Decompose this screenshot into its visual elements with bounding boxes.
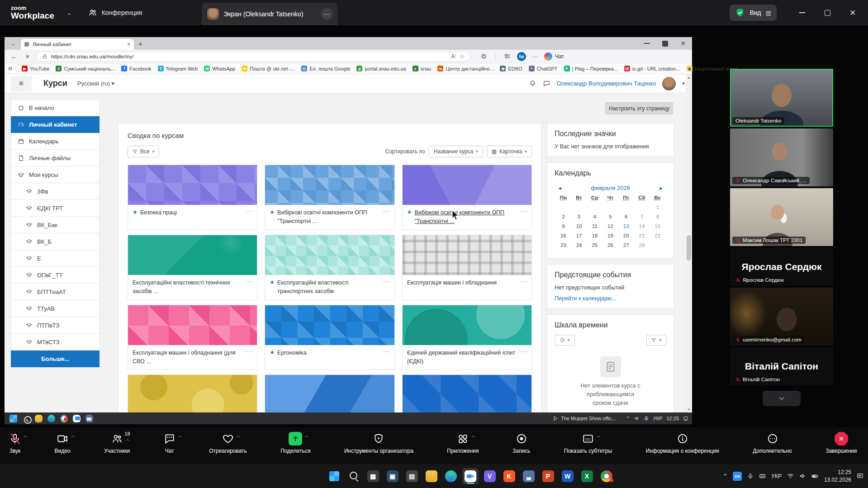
calendar-day[interactable]: 11 xyxy=(587,223,602,231)
calendar-day[interactable] xyxy=(555,204,571,212)
taskbar-app-icon[interactable]: ▣ xyxy=(384,468,401,484)
course-menu-icon[interactable]: ··· xyxy=(246,208,253,214)
new-tab-button[interactable]: + xyxy=(138,40,142,47)
sidebar-item-calendar[interactable]: Календарь xyxy=(11,133,100,150)
sidebar-item-files[interactable]: Личные файлы xyxy=(11,150,100,166)
workspace-chevron-icon[interactable]: ⌄ xyxy=(67,9,72,16)
browser-essentials-icon[interactable] xyxy=(480,53,487,60)
calendar-day[interactable]: 10 xyxy=(571,223,587,231)
back-icon[interactable]: ← xyxy=(9,52,19,60)
sidebar-course-shortcut[interactable]: ЗФв xyxy=(11,183,100,200)
course-card[interactable]: ★ ··· xyxy=(402,374,532,412)
calendar-day[interactable]: 4 xyxy=(587,214,602,221)
participant-tile[interactable]: Максим Лошак ТРТ 2301 xyxy=(730,188,833,246)
taskbar-app-icon[interactable] xyxy=(326,468,342,484)
course-menu-icon[interactable]: ··· xyxy=(383,208,390,214)
taskbar-app-icon[interactable] xyxy=(462,468,479,484)
taskbar-app-icon[interactable]: V xyxy=(482,468,498,484)
course-title-link[interactable]: Експлуатація машин і обладнання xyxy=(407,279,497,287)
course-title-link[interactable]: Експлуатаційні властивості транспортних … xyxy=(277,279,380,296)
sidebar-course-shortcut[interactable]: МТвСТЗ xyxy=(11,334,100,351)
sidebar-course-shortcut[interactable]: ОПвГ_ТТ xyxy=(11,267,100,284)
course-image[interactable] xyxy=(128,375,257,412)
course-title-link[interactable]: Експлуатація машин і обладнання (для СВО… xyxy=(133,349,242,366)
sidebar-course-shortcut[interactable]: ЄДКІ ТРТ xyxy=(11,200,100,217)
course-image[interactable] xyxy=(403,375,531,412)
calendar-day[interactable]: 23 xyxy=(555,242,571,250)
course-image[interactable] xyxy=(403,165,531,205)
bookmark-item[interactable]: G Ел. пошта Google xyxy=(299,65,352,72)
course-card[interactable]: ★ ··· xyxy=(265,374,394,412)
host-tools-button[interactable]: Инструменты организатора xyxy=(344,432,413,454)
course-card[interactable]: ★ Експлуатація машин і обладнання ··· xyxy=(402,235,532,300)
calendar-day[interactable]: 26 xyxy=(602,242,618,250)
notifications-bell-icon[interactable] xyxy=(529,80,536,87)
calendar-day[interactable]: 20 xyxy=(618,233,634,240)
course-menu-icon[interactable]: ··· xyxy=(520,208,527,214)
participant-tile[interactable]: Віталій Сапітон Віталій Сапітон xyxy=(730,347,833,385)
course-image[interactable] xyxy=(265,165,394,205)
course-image[interactable] xyxy=(265,235,394,275)
language-dropdown[interactable]: Русский (ru) ▾ xyxy=(77,80,114,87)
minimize-button[interactable] xyxy=(789,4,815,22)
bookmark-item[interactable]: ⊕ EDBO xyxy=(498,65,524,72)
browser-restore-button[interactable] xyxy=(656,38,674,49)
course-title-link[interactable]: Безпека праці xyxy=(140,208,177,217)
browser-close-button[interactable]: ✕ xyxy=(674,38,692,49)
language-indicator[interactable]: УКР xyxy=(653,416,663,421)
calendar-day[interactable]: 7 xyxy=(634,214,650,221)
course-menu-icon[interactable]: ··· xyxy=(520,278,527,284)
bookmark-item[interactable]: ▶ YouTube xyxy=(19,65,52,72)
captions-button[interactable]: CC Показать субтитры xyxy=(564,432,612,454)
chevron-up-icon[interactable] xyxy=(596,434,601,439)
taskbar-app-icon[interactable]: ▤ xyxy=(404,468,420,484)
calendar-day[interactable]: 28 xyxy=(634,242,650,250)
restore-button[interactable] xyxy=(815,4,840,22)
tray-chevron-icon[interactable]: ⌃ xyxy=(626,416,630,422)
apps-button[interactable]: Приложения xyxy=(447,432,479,454)
participant-tile[interactable]: Oleksandr Tatsenko xyxy=(730,69,833,127)
mic-icon[interactable] xyxy=(747,473,754,479)
star-icon[interactable]: ★ xyxy=(270,279,275,296)
tab-close-icon[interactable]: × xyxy=(127,41,130,47)
reactions-button[interactable]: Отреагировать xyxy=(209,432,247,454)
calendar-month-link[interactable]: февраля 2026 xyxy=(591,185,630,191)
course-image[interactable] xyxy=(128,305,257,345)
moodle-nav-title[interactable]: Курси xyxy=(43,79,67,88)
tray-chevron-icon[interactable]: ⌃ xyxy=(723,473,727,479)
clock[interactable]: 12:25 xyxy=(666,416,679,421)
participant-tile[interactable]: usemirnenko@gmail.com xyxy=(730,288,833,346)
calendar-day[interactable]: 8 xyxy=(650,214,665,221)
presenter-app-icon[interactable] xyxy=(84,413,94,423)
bookmark-item[interactable]: С Сумський національ... xyxy=(53,65,117,72)
presenter-app-icon[interactable] xyxy=(21,413,31,423)
media-nowplaying[interactable]: The Muppet Show offic... xyxy=(553,416,616,421)
timeline-filter-dropdown[interactable]: ▾ xyxy=(646,335,666,346)
star-icon[interactable]: ★ xyxy=(407,209,412,226)
chevron-up-icon[interactable] xyxy=(70,434,76,439)
calendar-day[interactable]: 18 xyxy=(587,233,602,240)
sidebar-more-button[interactable]: Больше... xyxy=(11,351,100,367)
course-image[interactable] xyxy=(128,165,257,205)
close-button[interactable]: ✕ xyxy=(840,4,865,22)
chevron-up-icon[interactable] xyxy=(304,434,309,439)
clock[interactable]: 12:25 13.02.2026 xyxy=(824,469,851,483)
tab-more-icon[interactable]: ⋯ xyxy=(321,8,333,20)
participant-tile[interactable]: Ярослав Сердюк Ярослав Сердюк xyxy=(730,248,833,286)
more-button[interactable]: Дополнительно xyxy=(753,432,792,454)
more-participants-button[interactable] xyxy=(763,391,801,406)
bookmark-item[interactable]: p portal.snau.edu.ua xyxy=(354,65,408,72)
display-mode-dropdown[interactable]: ▦ Карточка ▾ xyxy=(487,146,532,157)
calendar-day[interactable]: 13 xyxy=(618,223,634,231)
presenter-app-icon[interactable] xyxy=(46,413,56,423)
taskbar-app-icon[interactable] xyxy=(521,468,537,484)
chevron-up-icon[interactable] xyxy=(177,434,183,439)
star-icon[interactable]: ★ xyxy=(270,209,275,226)
calendar-day[interactable]: 16 xyxy=(555,233,571,240)
calendar-day[interactable]: 21 xyxy=(634,233,650,240)
user-avatar[interactable] xyxy=(662,77,676,90)
calendar-day[interactable]: 17 xyxy=(571,233,587,240)
view-button[interactable]: Вид ▥ xyxy=(730,5,777,21)
bookmark-item[interactable]: * ChatGPT xyxy=(526,65,560,72)
bookmark-item[interactable]: s snau xyxy=(410,65,434,72)
